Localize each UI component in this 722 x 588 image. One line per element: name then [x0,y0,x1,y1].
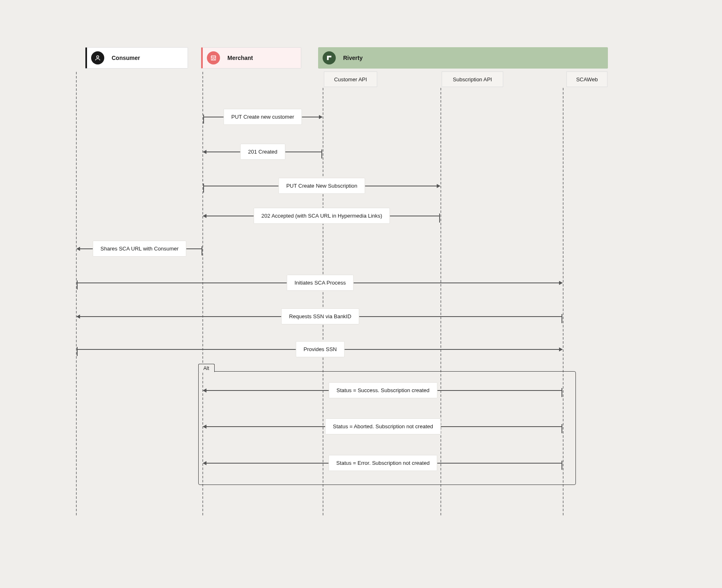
sub-participant-scaweb: SCAWeb [566,71,607,87]
participant-merchant: Merchant [201,47,301,69]
sub-participant-subscription-api: Subscription API [442,71,503,87]
participant-consumer: Consumer [85,47,188,69]
participant-label: Riverty [343,55,362,61]
person-icon [91,51,104,64]
lifeline-consumer [76,72,77,515]
message-label: Shares SCA URL with Consumer [93,241,186,257]
message-label: Initiates SCA Process [287,275,354,291]
message-label: Requests SSN via BankID [281,308,359,324]
sub-participant-label: Subscription API [453,76,492,83]
riverty-logo-icon [323,51,336,64]
message-label: PUT Create New Subscription [278,178,365,194]
participant-label: Merchant [227,55,253,61]
message-label: PUT Create new customer [224,109,302,125]
sequence-diagram: Consumer Merchant Riverty Customer API S… [0,0,722,588]
message-label: Status = Error. Subscription not created [328,455,437,471]
svg-point-0 [96,56,99,58]
message-label: Provides SSN [296,341,345,357]
sub-participant-label: SCAWeb [576,76,598,83]
store-icon [207,51,220,64]
message-label: 202 Accepted (with SCA URL in Hypermedia… [254,208,390,224]
sub-participant-customer-api: Customer API [324,71,377,87]
alt-frame-label: Alt [198,364,215,372]
message-label: 201 Created [240,144,285,160]
participant-label: Consumer [112,55,140,61]
sub-participant-label: Customer API [334,76,367,83]
message-label: Status = Success. Subscription created [329,382,438,398]
participant-riverty: Riverty [318,47,608,69]
message-label: Status = Aborted. Subscription not creat… [325,418,441,434]
